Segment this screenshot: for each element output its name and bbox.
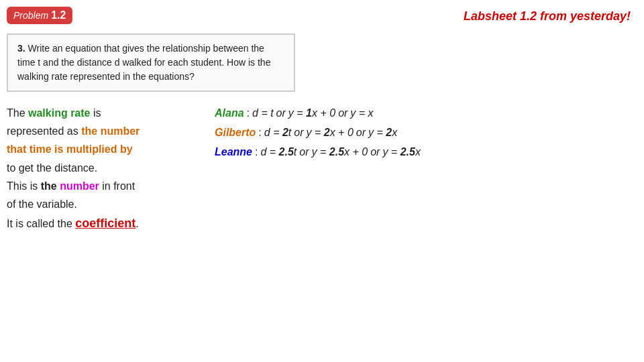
alana-eq2-bold: 1 bbox=[306, 107, 312, 119]
alana-eq1: d = t bbox=[252, 104, 274, 122]
gilberto-eq1-bold: 2 bbox=[282, 127, 288, 138]
gilberto-eq1: d = 2t bbox=[264, 123, 292, 141]
gilberto-colon: : bbox=[258, 123, 261, 141]
alana-or1: or bbox=[276, 104, 286, 122]
time-multiplied-highlight: that time is multiplied by bbox=[7, 143, 133, 155]
leanne-colon: : bbox=[255, 143, 258, 161]
left-line-1: The walking rate is bbox=[7, 104, 215, 122]
header-title: Labsheet 1.2 from yesterday! bbox=[464, 9, 631, 23]
left-line7-post: . bbox=[136, 218, 138, 229]
number-highlight: number bbox=[60, 180, 99, 192]
left-line7-pre: It is called the bbox=[7, 218, 75, 229]
alana-eq3: y = x bbox=[350, 104, 373, 122]
left-line1-pre: The bbox=[7, 107, 28, 119]
alana-name: Alana bbox=[215, 104, 244, 122]
problem-badge: Problem 1.2 bbox=[7, 7, 72, 24]
left-line2-pre: represented as bbox=[7, 125, 81, 137]
leanne-name: Leanne bbox=[215, 143, 252, 161]
gilberto-eq3: y = 2x bbox=[368, 123, 397, 141]
leanne-eq3-bold: 2.5 bbox=[400, 146, 415, 158]
question-text: Write an equation that gives the relatio… bbox=[17, 43, 270, 82]
gilberto-name: Gilberto bbox=[215, 123, 256, 141]
problem-word-label: Problem bbox=[13, 10, 48, 21]
the-number-highlight: the number bbox=[81, 125, 140, 137]
gilberto-eq2-bold: 2 bbox=[324, 127, 330, 138]
left-line5-bold: the bbox=[41, 180, 60, 192]
gilberto-equation-line: Gilberto : d = 2t or y = 2x + 0 or y = 2… bbox=[215, 123, 421, 141]
alana-or2: or bbox=[338, 104, 347, 122]
leanne-or1: or bbox=[299, 143, 309, 161]
left-line-4: to get the distance. bbox=[7, 159, 215, 177]
gilberto-eq2: y = 2x + 0 bbox=[307, 123, 354, 141]
alana-colon: : bbox=[247, 104, 250, 122]
leanne-equation-line: Leanne : d = 2.5t or y = 2.5x + 0 or y =… bbox=[215, 143, 421, 161]
leanne-eq1-bold: 2.5 bbox=[279, 146, 294, 158]
left-line-2: represented as the number bbox=[7, 122, 215, 140]
left-line-3: that time is multiplied by bbox=[7, 140, 215, 158]
left-line-7: It is called the coefficient. bbox=[7, 213, 215, 234]
leanne-eq2: y = 2.5x + 0 bbox=[312, 143, 368, 161]
problem-number-label: 1.2 bbox=[51, 9, 66, 21]
question-number: 3. bbox=[17, 43, 25, 54]
question-box: 3. Write an equation that gives the rela… bbox=[7, 34, 295, 92]
left-line-6: of the variable. bbox=[7, 195, 215, 213]
gilberto-or2: or bbox=[356, 123, 366, 141]
leanne-eq2-bold: 2.5 bbox=[329, 146, 344, 158]
left-line5-post: in front bbox=[99, 180, 135, 192]
gilberto-eq3-bold: 2 bbox=[386, 127, 392, 138]
walking-rate-highlight: walking rate bbox=[28, 107, 90, 119]
left-line1-post: is bbox=[91, 107, 101, 119]
alana-equation-line: Alana : d = t or y = 1x + 0 or y = x bbox=[215, 104, 421, 122]
right-equations: Alana : d = t or y = 1x + 0 or y = x Gil… bbox=[215, 104, 421, 163]
left-explanation: The walking rate is represented as the n… bbox=[7, 104, 215, 234]
leanne-or2: or bbox=[370, 143, 380, 161]
alana-eq2: y = 1x + 0 bbox=[288, 104, 335, 122]
leanne-eq1: d = 2.5t bbox=[260, 143, 297, 161]
leanne-eq3: y = 2.5x bbox=[382, 143, 420, 161]
gilberto-or1: or bbox=[294, 123, 303, 141]
left-line-5: This is the number in front bbox=[7, 177, 215, 195]
coefficient-label: coefficient bbox=[75, 217, 136, 230]
left-line5-pre: This is bbox=[7, 180, 41, 192]
